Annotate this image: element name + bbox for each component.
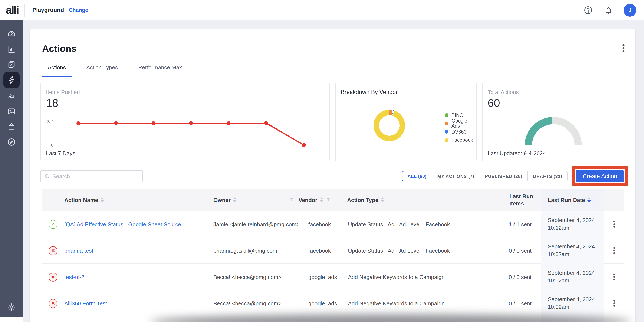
legend-item-bing: BING bbox=[445, 111, 476, 119]
action-type-cell: Update Status - Ad - Ad Level - Facebook bbox=[347, 247, 507, 254]
create-action-button[interactable]: Create Action bbox=[576, 170, 624, 182]
last-run-items-cell: 0 / 0 sent bbox=[507, 274, 541, 280]
table-row: ✓ [QA] Ad Effective Status - Google Shee… bbox=[42, 211, 624, 237]
items-pushed-line-chart bbox=[41, 117, 330, 151]
table-row: ✕ Alli360 Form Test Becca! <becca@pmg.co… bbox=[42, 290, 624, 317]
action-name-link[interactable]: test-ui-2 bbox=[64, 274, 84, 280]
action-name-link[interactable]: Alli360 Form Test bbox=[64, 300, 107, 307]
row-menu-kebab-icon[interactable]: ••• bbox=[604, 300, 624, 307]
table-row: ✕ test-ui-2 Becca! <becca@pmg.com> googl… bbox=[42, 264, 624, 290]
sidebar-item-actions[interactable] bbox=[3, 72, 20, 88]
last-run-items-header: Last Run Items bbox=[507, 193, 541, 207]
sidebar-notch bbox=[0, 317, 22, 322]
sort-icon[interactable] bbox=[320, 197, 323, 202]
sidebar-item-analytics[interactable] bbox=[3, 42, 20, 57]
tab-actions[interactable]: Actions bbox=[42, 63, 71, 77]
sort-desc-icon[interactable] bbox=[588, 197, 591, 202]
owner-filter-funnel-icon[interactable] bbox=[289, 197, 294, 203]
sidebar-item-dashboard[interactable] bbox=[3, 26, 20, 41]
action-type-cell: Add Negative Keywords to a Campaign bbox=[347, 300, 507, 307]
action-name-link[interactable]: [QA] Ad Effective Status - Google Sheet … bbox=[64, 221, 181, 227]
owner-header[interactable]: Owner bbox=[214, 197, 298, 203]
last-updated-text: Last Updated: 9-4-2024 bbox=[488, 150, 546, 157]
filter-button-group: ALL (60) MY ACTIONS (7) PUBLISHED (28) D… bbox=[402, 171, 568, 181]
sidebar-item-audiences[interactable] bbox=[3, 88, 20, 103]
tab-performance-max[interactable]: Performance Max bbox=[133, 63, 188, 77]
main-area: Actions ••• Actions Action Types Perform… bbox=[22, 20, 644, 322]
last-run-date-cell: September 4, 202410:02am bbox=[541, 237, 604, 264]
action-type-cell: Add Negative Keywords to a Campaign bbox=[347, 274, 507, 280]
sort-icon[interactable] bbox=[233, 197, 236, 202]
filter-published[interactable]: PUBLISHED (28) bbox=[480, 171, 528, 181]
search-box[interactable] bbox=[40, 170, 143, 182]
tab-action-types[interactable]: Action Types bbox=[81, 63, 123, 77]
sidebar-item-shopping[interactable] bbox=[3, 119, 20, 134]
google-ads-color-dot bbox=[445, 122, 448, 126]
row-menu-kebab-icon[interactable]: ••• bbox=[604, 247, 624, 254]
screen: alli Playground Change J bbox=[0, 0, 644, 322]
sidebar-item-discover[interactable] bbox=[3, 134, 20, 149]
change-workspace-link[interactable]: Change bbox=[69, 7, 88, 13]
table-toolbar: ALL (60) MY ACTIONS (7) PUBLISHED (28) D… bbox=[40, 165, 628, 187]
vendor-breakdown-title: Breakdown By Vendor bbox=[341, 89, 398, 95]
status-error-icon: ✕ bbox=[48, 272, 58, 281]
total-actions-gauge-chart bbox=[525, 117, 582, 146]
bing-color-dot bbox=[445, 113, 448, 117]
vendor-header[interactable]: Vendor bbox=[298, 197, 347, 203]
sort-icon[interactable] bbox=[101, 197, 104, 202]
help-icon[interactable] bbox=[583, 4, 594, 15]
row-menu-kebab-icon[interactable]: ••• bbox=[604, 220, 624, 228]
search-input[interactable] bbox=[52, 173, 139, 179]
row-menu-kebab-icon[interactable]: ••• bbox=[604, 273, 624, 281]
annotation-highlight-box: Create Action bbox=[572, 166, 628, 186]
action-name-header[interactable]: Action Name bbox=[64, 197, 214, 203]
total-actions-card: Total Actions 60 Last Updated: 9-4-2024 bbox=[482, 83, 625, 161]
last-run-items-cell: 1 / 1 sent bbox=[507, 221, 541, 227]
legend-item-facebook: Facebook bbox=[445, 136, 476, 144]
owner-cell: Becca! <becca@pmg.com> bbox=[214, 274, 298, 280]
vendor-filter-funnel-icon[interactable] bbox=[326, 197, 331, 203]
status-error-icon: ✕ bbox=[48, 299, 58, 308]
sidebar-nav bbox=[0, 20, 22, 322]
sidebar-item-tasks[interactable] bbox=[3, 57, 20, 72]
notifications-bell-icon[interactable] bbox=[603, 4, 614, 15]
vendor-cell: google_ads bbox=[298, 300, 347, 307]
items-pushed-label: Items Pushed bbox=[46, 89, 80, 95]
filter-drafts[interactable]: DRAFTS (32) bbox=[528, 171, 568, 181]
last-run-date-header[interactable]: Last Run Date bbox=[541, 189, 604, 211]
sidebar-item-media[interactable] bbox=[3, 104, 20, 119]
filter-all[interactable]: ALL (60) bbox=[402, 171, 432, 181]
last-run-items-cell: 0 / 0 sent bbox=[507, 300, 541, 307]
workspace-name: Playground bbox=[32, 7, 64, 13]
sidebar-item-settings[interactable] bbox=[0, 303, 22, 312]
owner-cell: brianna.gaskill@pmg.com bbox=[214, 247, 298, 254]
action-type-header[interactable]: Action Type bbox=[347, 197, 507, 203]
total-actions-label: Total Actions bbox=[488, 89, 519, 95]
items-pushed-value: 18 bbox=[46, 97, 58, 110]
user-avatar[interactable]: J bbox=[624, 3, 636, 16]
top-bar: alli Playground Change J bbox=[0, 0, 644, 20]
card-menu-kebab-icon[interactable]: ••• bbox=[620, 44, 627, 53]
divider bbox=[24, 3, 25, 16]
owner-cell: Becca! <becca@pmg.com> bbox=[214, 300, 298, 307]
last-run-date-cell: September 4, 202410:02am bbox=[541, 290, 604, 317]
last-run-items-cell: 0 / 0 sent bbox=[507, 247, 541, 254]
owner-cell: Jamie <jamie.reinhard@pmg.com> bbox=[214, 221, 298, 227]
tab-bar: Actions Action Types Performance Max bbox=[42, 63, 623, 77]
vendor-legend: BING Google Ads DV360 bbox=[445, 111, 476, 144]
table-row: ✕ brianna test brianna.gaskill@pmg.com f… bbox=[42, 237, 624, 264]
vendor-cell: facebook bbox=[298, 221, 347, 227]
items-pushed-card: Items Pushed 18 3.2 0 Last 7 Days bbox=[40, 83, 330, 161]
status-success-icon: ✓ bbox=[48, 220, 58, 229]
facebook-color-dot bbox=[445, 138, 448, 142]
filter-my-actions[interactable]: MY ACTIONS (7) bbox=[432, 171, 480, 181]
search-icon bbox=[44, 173, 50, 179]
vendor-donut-chart bbox=[374, 110, 405, 141]
last-run-date-cell: September 4, 202410:12am bbox=[541, 211, 604, 237]
action-name-link[interactable]: brianna test bbox=[64, 247, 93, 254]
table-header-row: Action Name Owner Vendor bbox=[42, 189, 624, 211]
dv360-color-dot bbox=[445, 130, 448, 134]
sort-icon[interactable] bbox=[381, 197, 384, 202]
status-error-icon: ✕ bbox=[48, 246, 58, 255]
actions-card: Actions ••• Actions Action Types Perform… bbox=[30, 29, 636, 322]
